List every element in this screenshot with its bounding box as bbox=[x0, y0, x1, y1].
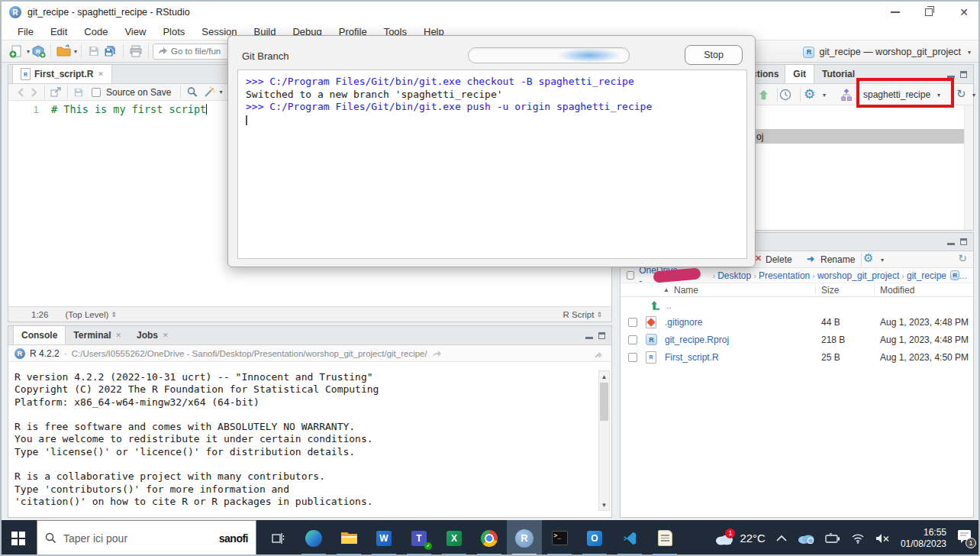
stop-button[interactable]: Stop bbox=[685, 45, 743, 65]
forward-icon[interactable] bbox=[28, 88, 39, 97]
editor-tab-close-icon[interactable]: ✕ bbox=[98, 70, 104, 78]
notification-center-button[interactable]: 1 bbox=[957, 529, 972, 547]
taskbar-excel[interactable]: X bbox=[437, 520, 472, 556]
history-clock-icon[interactable] bbox=[779, 89, 791, 101]
new-project-button[interactable]: R bbox=[30, 42, 47, 60]
taskbar-file-explorer[interactable] bbox=[331, 520, 366, 556]
taskbar-vscode[interactable] bbox=[612, 520, 647, 556]
save-button[interactable] bbox=[85, 42, 102, 60]
file-row[interactable]: R git_recipe.Rproj 218 B Aug 1, 2023, 4:… bbox=[621, 331, 973, 348]
console-scrollbar[interactable]: ▲ ▼ bbox=[598, 370, 610, 511]
breadcrumb-more[interactable]: ... bbox=[959, 270, 967, 281]
console-output[interactable]: R version 4.2.2 (2022-10-31 ucrt) -- "In… bbox=[8, 362, 611, 517]
clock-widget[interactable]: 16:55 01/08/2023 bbox=[901, 527, 946, 550]
delete-button[interactable]: Delete bbox=[766, 254, 792, 265]
tab-tutorial[interactable]: Tutorial bbox=[814, 65, 862, 83]
code-tools-caret-icon[interactable]: ▾ bbox=[219, 89, 222, 95]
branch-icon[interactable] bbox=[840, 89, 853, 101]
editor-tab-first-script[interactable]: R First_script.R ✕ bbox=[12, 65, 112, 83]
files-gear-caret-icon[interactable]: ▾ bbox=[881, 257, 884, 263]
restore-button[interactable] bbox=[917, 5, 940, 20]
source-on-save-checkbox[interactable] bbox=[92, 88, 101, 97]
git-refresh-caret-icon[interactable]: ▾ bbox=[972, 92, 975, 99]
scope-selector[interactable]: (Top Level)⇕ bbox=[65, 310, 116, 319]
file-checkbox[interactable] bbox=[628, 353, 637, 362]
tab-terminal[interactable]: Terminal✕ bbox=[66, 326, 129, 344]
file-checkbox[interactable] bbox=[628, 318, 637, 327]
open-directory-icon[interactable] bbox=[432, 350, 441, 357]
taskbar-word[interactable]: W bbox=[366, 520, 401, 556]
weather-widget[interactable]: 1 22°C bbox=[714, 532, 766, 545]
menu-plots[interactable]: Plots bbox=[154, 26, 193, 37]
menu-view[interactable]: View bbox=[116, 26, 154, 37]
git-gear-caret-icon[interactable]: ▾ bbox=[823, 92, 826, 99]
file-row-up[interactable]: .. bbox=[621, 297, 973, 313]
open-file-button[interactable] bbox=[55, 42, 72, 60]
print-button[interactable] bbox=[127, 42, 144, 60]
breadcrumb-git-recipe[interactable]: git_recipe bbox=[907, 270, 946, 281]
scroll-up-icon[interactable]: ▲ bbox=[599, 371, 609, 382]
file-name[interactable]: First_script.R bbox=[665, 352, 719, 363]
wifi-icon[interactable] bbox=[851, 533, 865, 544]
jobs-close-icon[interactable]: ✕ bbox=[163, 331, 169, 339]
tab-jobs[interactable]: Jobs✕ bbox=[129, 326, 176, 344]
terminal-close-icon[interactable]: ✕ bbox=[115, 331, 121, 339]
menu-file[interactable]: File bbox=[9, 26, 42, 37]
taskbar-edge[interactable] bbox=[296, 520, 331, 556]
maximize-pane-icon[interactable] bbox=[598, 332, 605, 339]
breadcrumb-checkbox[interactable] bbox=[627, 271, 634, 280]
open-file-caret-icon[interactable]: ▾ bbox=[74, 48, 77, 55]
file-checkbox[interactable] bbox=[628, 335, 637, 344]
tab-git[interactable]: Git bbox=[785, 65, 814, 83]
file-row[interactable]: .gitignore 44 B Aug 1, 2023, 4:48 PM bbox=[621, 313, 973, 331]
battery-icon[interactable] bbox=[825, 533, 840, 543]
code-tools-wand-icon[interactable] bbox=[203, 86, 215, 98]
taskbar-notepadpp[interactable] bbox=[647, 520, 682, 556]
git-minimize-pane-icon[interactable] bbox=[947, 71, 955, 78]
col-name[interactable]: Name bbox=[674, 285, 698, 296]
rename-arrow-icon[interactable]: ➜ bbox=[807, 254, 814, 264]
git-maximize-pane-icon[interactable] bbox=[960, 71, 967, 78]
project-selector[interactable]: R git_recipe — worshop_git_project ▾ bbox=[803, 44, 971, 60]
up-directory-icon[interactable] bbox=[650, 299, 661, 311]
taskbar-cmd[interactable]: >_ bbox=[542, 520, 577, 556]
files-refresh-icon[interactable]: ↻ bbox=[958, 252, 967, 264]
taskbar-rstudio[interactable]: R bbox=[507, 520, 542, 556]
file-name[interactable]: .gitignore bbox=[665, 317, 702, 328]
onedrive-icon[interactable] bbox=[798, 533, 814, 544]
tray-expand-chevron-icon[interactable] bbox=[776, 535, 787, 541]
dialog-console[interactable]: >>> C:/Program Files/Git/bin/git.exe che… bbox=[237, 70, 747, 259]
breadcrumb-worshop-git-project[interactable]: worshop_git_project bbox=[817, 270, 899, 281]
back-icon[interactable] bbox=[16, 88, 27, 97]
save-all-button[interactable] bbox=[102, 42, 119, 60]
find-icon[interactable] bbox=[186, 86, 198, 98]
delete-x-icon[interactable]: ✕ bbox=[755, 254, 762, 263]
breadcrumb-presentation[interactable]: Presentation bbox=[759, 270, 810, 281]
git-push-icon[interactable] bbox=[758, 89, 769, 101]
new-file-button[interactable] bbox=[8, 42, 24, 60]
col-modified[interactable]: Modified bbox=[880, 285, 914, 296]
git-refresh-icon[interactable]: ↻ bbox=[956, 87, 966, 101]
minimize-button[interactable] bbox=[884, 5, 907, 20]
breadcrumb-desktop[interactable]: Desktop bbox=[717, 270, 751, 281]
scroll-thumb[interactable] bbox=[600, 383, 608, 421]
file-type-selector[interactable]: R Script⇕ bbox=[563, 310, 602, 319]
taskbar-teams[interactable]: T✓ bbox=[401, 520, 437, 556]
popout-icon[interactable] bbox=[50, 87, 62, 97]
rename-button[interactable]: Rename bbox=[820, 254, 855, 265]
clear-console-broom-icon[interactable] bbox=[594, 348, 605, 359]
start-button[interactable] bbox=[0, 520, 37, 556]
save-script-icon[interactable] bbox=[73, 87, 84, 98]
taskbar-chrome[interactable] bbox=[472, 520, 507, 556]
file-name[interactable]: git_recipe.Rproj bbox=[665, 335, 729, 345]
close-button[interactable]: ✕ bbox=[953, 3, 975, 21]
menu-code[interactable]: Code bbox=[76, 26, 116, 37]
minimize-pane-icon[interactable] bbox=[585, 332, 593, 339]
task-view-button[interactable] bbox=[261, 520, 296, 556]
taskbar-search[interactable]: Taper ici pour sanofi bbox=[37, 520, 256, 556]
sort-asc-icon[interactable]: ▲ bbox=[663, 286, 669, 293]
files-gear-icon[interactable]: ⚙ bbox=[863, 251, 873, 265]
files-minimize-pane-icon[interactable] bbox=[947, 238, 955, 245]
col-size[interactable]: Size bbox=[821, 285, 839, 296]
taskbar-outlook[interactable]: O bbox=[577, 520, 612, 556]
